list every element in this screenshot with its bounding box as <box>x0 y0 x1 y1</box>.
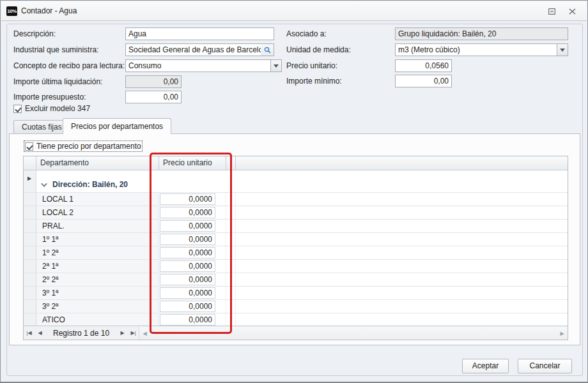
department-cell[interactable]: 2ª 1ª <box>36 260 159 273</box>
table-row[interactable]: 2ª 1ª 0,0000 <box>24 260 568 273</box>
table-row[interactable]: LOCAL 1 0,0000 <box>24 193 568 206</box>
table-row[interactable]: ATICO 0,0000 <box>24 313 568 327</box>
price-cell[interactable]: 0,0000 <box>160 207 215 218</box>
scroll-left-icon[interactable]: ◀ <box>139 331 150 336</box>
column-header-empty <box>226 156 236 170</box>
label-descripcion: Descripción: <box>13 29 56 38</box>
tab-cuotas-fijas[interactable]: Cuotas fijas <box>13 120 70 133</box>
unidad-combo[interactable]: m3 (Metro cúbico) <box>395 43 568 56</box>
chevron-down-icon[interactable] <box>270 60 281 71</box>
price-cell[interactable]: 0,0000 <box>160 274 215 285</box>
record-count-label: Registro 1 de 10 <box>45 329 117 338</box>
dialog-window: 10% Contador - Agua Descripción: Agua In… <box>0 0 588 383</box>
table-row[interactable]: PRAL. 0,0000 <box>24 220 568 233</box>
label-asociado: Asociado a: <box>286 29 327 38</box>
department-cell[interactable]: 2º 2ª <box>36 273 159 286</box>
checkbox-checked-icon[interactable] <box>13 105 22 113</box>
excluir-347-label: Excluir modelo 347 <box>25 104 90 113</box>
focused-row-icon: ▶ <box>27 176 31 181</box>
collapse-chevron-icon[interactable] <box>41 181 47 187</box>
departments-grid: Departamento Precio unitario ▶ Dirección… <box>23 156 568 340</box>
column-header-filler <box>236 156 568 170</box>
table-row[interactable]: 2º 2ª 0,0000 <box>24 273 568 287</box>
first-record-icon[interactable]: |◀ <box>24 326 35 340</box>
previous-record-icon[interactable]: ◀ <box>35 326 45 340</box>
department-cell[interactable]: 3º 2ª <box>36 300 159 313</box>
horizontal-scrollbar[interactable]: ◀ ▶ <box>139 327 568 340</box>
chevron-down-icon[interactable] <box>557 44 568 56</box>
importe-ultima-field: 0,00 <box>125 75 182 88</box>
department-cell[interactable]: PRAL. <box>36 220 159 232</box>
label-importe-minimo: Importe mínimo: <box>286 77 342 86</box>
accept-button[interactable]: Aceptar <box>462 359 509 373</box>
price-cell[interactable]: 0,0000 <box>160 314 215 326</box>
tiene-precio-checkbox[interactable]: Tiene precio por departamento <box>25 142 141 151</box>
concepto-combo[interactable]: Consumo <box>125 59 282 72</box>
title-bar: 10% Contador - Agua <box>1 1 587 21</box>
label-industrial: Industrial que suministra: <box>13 45 98 54</box>
descripcion-input[interactable]: Agua <box>125 27 274 40</box>
checkbox-checked-icon[interactable] <box>25 142 33 151</box>
excluir-347-checkbox[interactable]: Excluir modelo 347 <box>13 104 90 113</box>
price-cell[interactable]: 0,0000 <box>160 301 215 312</box>
department-cell[interactable]: 1º 2ª <box>36 246 159 259</box>
group-row[interactable]: ▶ Dirección: Bailén, 20 <box>24 170 568 193</box>
search-icon[interactable] <box>261 44 274 56</box>
asociado-field: Grupo liquidación: Bailén, 20 <box>395 27 568 40</box>
industrial-lookup-input[interactable]: Sociedad General de Aguas de Barcelona, … <box>125 43 274 56</box>
label-importe-ultima: Importe última liquidación: <box>13 77 102 86</box>
department-cell[interactable]: LOCAL 2 <box>36 206 159 219</box>
table-row[interactable]: LOCAL 2 0,0000 <box>24 206 568 220</box>
close-icon <box>569 8 576 15</box>
label-concepto: Concepto de recibo para lectura: <box>13 61 125 70</box>
row-indicator-cell: ▶ <box>24 170 36 192</box>
label-precio-unitario: Precio unitario: <box>286 61 337 70</box>
app-icon: 10% <box>6 6 17 16</box>
label-unidad: Unidad de medida: <box>286 45 351 54</box>
close-button[interactable] <box>565 6 579 17</box>
department-cell[interactable]: LOCAL 1 <box>36 193 159 206</box>
importe-minimo-input[interactable]: 0,00 <box>395 75 452 87</box>
grid-footer: |◀ ◀ Registro 1 de 10 ▶ ▶| ◀ ▶ <box>24 326 568 340</box>
table-row[interactable]: 3º 2ª 0,0000 <box>24 300 568 313</box>
precio-unitario-input[interactable]: 0,0560 <box>395 59 452 72</box>
column-header-precio-unitario[interactable]: Precio unitario <box>159 156 226 170</box>
price-cell[interactable]: 0,0000 <box>160 287 215 299</box>
row-indicator-header <box>24 156 36 170</box>
scrollbar-track[interactable] <box>150 327 557 340</box>
department-cell[interactable]: 1º 1ª <box>36 233 159 246</box>
restore-icon <box>548 8 555 15</box>
scroll-right-icon[interactable]: ▶ <box>557 331 568 336</box>
price-cell[interactable]: 0,0000 <box>160 193 215 205</box>
label-importe-presupuesto: Importe presupuesto: <box>13 93 86 101</box>
grid-header: Departamento Precio unitario <box>24 156 568 170</box>
column-header-departamento[interactable]: Departamento <box>36 156 159 170</box>
cancel-button[interactable]: Cancelar <box>518 359 572 373</box>
group-caption: Dirección: Bailén, 20 <box>52 180 128 189</box>
tab-precios-departamentos[interactable]: Precios por departamentos <box>63 118 171 134</box>
table-row[interactable]: 3º 1ª 0,0000 <box>24 287 568 300</box>
tiene-precio-label: Tiene precio por departamento <box>36 142 141 151</box>
table-row[interactable]: 1º 1ª 0,0000 <box>24 233 568 246</box>
importe-presupuesto-input[interactable]: 0,00 <box>125 91 182 103</box>
last-record-icon[interactable]: ▶| <box>128 326 139 340</box>
department-cell[interactable]: 3º 1ª <box>36 287 159 299</box>
department-cell[interactable]: ATICO <box>36 313 159 326</box>
restore-button[interactable] <box>545 6 559 17</box>
table-row[interactable]: 1º 2ª 0,0000 <box>24 246 568 260</box>
price-cell[interactable]: 0,0000 <box>160 260 215 272</box>
price-cell[interactable]: 0,0000 <box>160 247 215 259</box>
price-cell[interactable]: 0,0000 <box>160 234 215 245</box>
next-record-icon[interactable]: ▶ <box>117 326 128 340</box>
price-cell[interactable]: 0,0000 <box>160 220 215 232</box>
window-title: Contador - Agua <box>21 6 77 15</box>
